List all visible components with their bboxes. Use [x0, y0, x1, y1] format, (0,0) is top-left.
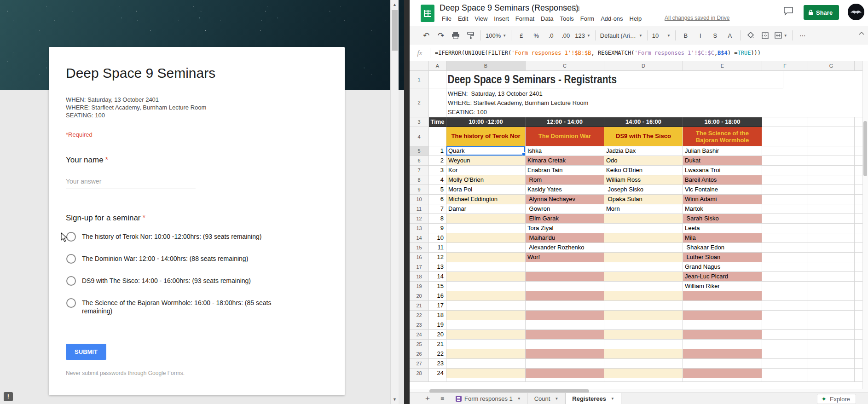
grid-cell[interactable]	[808, 233, 855, 243]
grid-cell[interactable]: 14:00 - 16:00	[604, 117, 683, 127]
seminar-option[interactable]: DS9 with The Sisco: 14:00 - 16:00hrs: (9…	[66, 276, 251, 286]
radio-button-icon[interactable]	[66, 276, 76, 286]
format-currency-button[interactable]: £	[514, 29, 529, 41]
grid-cell[interactable]	[446, 243, 526, 253]
grid-cell[interactable]: Sarah Sisko	[683, 214, 762, 224]
grid-cell[interactable]	[604, 282, 683, 291]
grid-cell[interactable]	[808, 224, 855, 233]
comments-icon[interactable]	[783, 6, 793, 16]
grid-cell[interactable]: Alynna Nechayev	[526, 195, 604, 204]
grid-cell[interactable]	[526, 369, 604, 378]
grid-cell[interactable]	[446, 282, 526, 291]
sheet-info-cell[interactable]: WHEN: Saturday, 13 October 2401WHERE: St…	[446, 88, 868, 117]
grid-cell[interactable]	[604, 369, 683, 378]
grid-cell[interactable]	[683, 301, 762, 311]
merge-cells-button[interactable]: ▼	[773, 29, 789, 41]
row-header[interactable]: 15	[410, 243, 429, 253]
grid-cell[interactable]	[446, 214, 526, 224]
menu-item-format[interactable]: Format	[512, 14, 538, 23]
format-percent-button[interactable]: %	[529, 29, 544, 41]
explore-button[interactable]: ✦ Explore	[817, 394, 856, 404]
menu-item-help[interactable]: Help	[626, 14, 645, 23]
grid-cell[interactable]	[762, 175, 808, 185]
grid-cell[interactable]: Winn Adami	[683, 195, 762, 204]
grid-cell[interactable]	[526, 291, 604, 301]
row-header[interactable]: 1	[410, 71, 429, 88]
grid-cell[interactable]	[429, 88, 446, 117]
seminar-option[interactable]: The Science of the Bajoran Wormhole: 16:…	[66, 298, 290, 315]
grid-cell[interactable]: Maihar'du	[526, 233, 604, 243]
collapse-toolbar-icon[interactable]	[859, 32, 864, 35]
all-sheets-button[interactable]: ≡	[435, 393, 449, 404]
grid-cell[interactable]: Leeta	[683, 224, 762, 233]
row-header[interactable]: 22	[410, 311, 429, 320]
scrollbar-thumb[interactable]	[392, 10, 398, 51]
column-header-D[interactable]: D	[604, 61, 683, 71]
grid-cell[interactable]: Michael Eddington	[446, 195, 526, 204]
grid-cell[interactable]	[604, 359, 683, 369]
bold-button[interactable]: B	[678, 29, 693, 41]
grid-cell[interactable]	[762, 369, 808, 378]
grid-cell[interactable]	[762, 243, 808, 253]
grid-cell[interactable]	[808, 146, 855, 156]
grid-cell[interactable]	[808, 166, 855, 175]
row-header[interactable]: 14	[410, 233, 429, 243]
grid-cell[interactable]: 4	[429, 175, 446, 185]
grid-cell[interactable]	[604, 301, 683, 311]
grid-cell[interactable]: Grand Nagus	[683, 262, 762, 272]
row-header[interactable]: 17	[410, 262, 429, 272]
grid-cell[interactable]: 23	[429, 359, 446, 369]
grid-cell[interactable]: 22	[429, 349, 446, 359]
row-header[interactable]: 20	[410, 291, 429, 301]
grid-cell[interactable]	[762, 272, 808, 282]
grid-cell[interactable]	[808, 291, 855, 301]
grid-cell[interactable]	[446, 359, 526, 369]
grid-cell[interactable]	[808, 262, 855, 272]
grid-cell[interactable]: Tora Ziyal	[526, 224, 604, 233]
grid-cell[interactable]	[762, 117, 808, 127]
grid-cell[interactable]	[808, 311, 855, 320]
grid-cell[interactable]	[762, 233, 808, 243]
row-header[interactable]: 8	[410, 175, 429, 185]
grid-cell[interactable]: Kor	[446, 166, 526, 175]
paint-format-button[interactable]	[463, 29, 478, 41]
grid-cell[interactable]: 14	[429, 272, 446, 282]
user-avatar[interactable]	[848, 4, 864, 20]
grid-cell[interactable]	[604, 214, 683, 224]
folder-icon[interactable]	[572, 5, 579, 11]
increase-decimal-button[interactable]: .00	[558, 29, 573, 41]
grid-cell[interactable]	[604, 272, 683, 282]
grid-cell[interactable]	[762, 378, 808, 382]
scroll-up-icon[interactable]: ▲	[391, 1, 399, 8]
form-scrollbar[interactable]: ▲ ▼	[390, 0, 399, 404]
grid-cell[interactable]	[683, 369, 762, 378]
grid-cell[interactable]: William Ross	[604, 175, 683, 185]
grid-cell[interactable]: Odo	[604, 156, 683, 166]
grid-cell[interactable]	[762, 185, 808, 195]
grid-cell[interactable]	[604, 262, 683, 272]
grid-cell[interactable]: 3	[429, 166, 446, 175]
column-header-E[interactable]: E	[683, 61, 762, 71]
decrease-decimal-button[interactable]: .0	[544, 29, 558, 41]
grid-cell[interactable]	[683, 320, 762, 330]
grid-cell[interactable]	[808, 127, 855, 146]
grid-cell[interactable]	[604, 224, 683, 233]
grid-cell[interactable]: Julian Bashir	[683, 146, 762, 156]
grid-cell[interactable]: Rom	[526, 175, 604, 185]
grid-cell[interactable]: 24	[429, 369, 446, 378]
grid-cell[interactable]	[526, 320, 604, 330]
grid-cell[interactable]	[429, 378, 446, 382]
grid-cell[interactable]	[808, 272, 855, 282]
grid-cell[interactable]: Enabran Tain	[526, 166, 604, 175]
grid-cell[interactable]	[604, 233, 683, 243]
star-icon[interactable]: ☆	[561, 4, 567, 12]
menu-item-file[interactable]: File	[439, 14, 455, 23]
menu-item-form[interactable]: Form	[577, 14, 597, 23]
row-header[interactable]: 9	[410, 185, 429, 195]
select-all-corner[interactable]	[410, 61, 429, 71]
grid-cell[interactable]: Bareil Antos	[683, 175, 762, 185]
more-formats-button[interactable]: 123▼	[573, 29, 592, 41]
column-header-F[interactable]: F	[762, 61, 808, 71]
column-header-G[interactable]: G	[808, 61, 855, 71]
fill-color-button[interactable]	[743, 29, 758, 41]
